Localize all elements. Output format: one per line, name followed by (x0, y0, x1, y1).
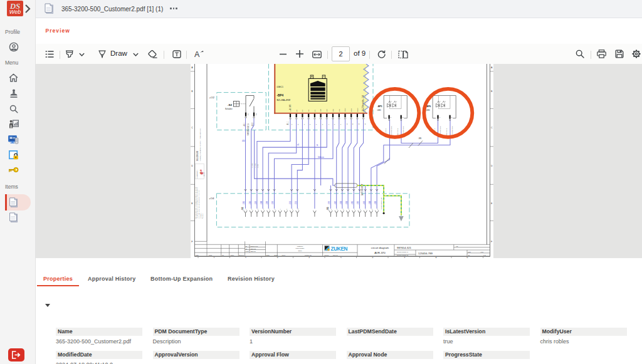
svg-text:D: D (491, 165, 493, 167)
svg-text:15/8: 15/8 (332, 108, 334, 112)
svg-text:We retain all rights in this d: We retain all rights in this document an… (195, 187, 196, 219)
svg-text:17/9: 17/9 (339, 108, 340, 112)
svg-text:replace for: replace for (305, 254, 312, 256)
svg-text:13/7: 13/7 (326, 108, 328, 112)
svg-text:to third parties without expre: to third parties without express authori… (198, 190, 199, 219)
svg-text:1 S.: 1 S. (483, 254, 486, 256)
svg-text:© Zuken: © Zuken (202, 213, 203, 219)
svg-text:-W6: -W6 (418, 137, 422, 140)
svg-text:-609: -609 (374, 201, 377, 205)
svg-text:special remark (2): special remark (2) (397, 254, 409, 256)
svg-text:-505: -505 (243, 201, 245, 205)
svg-text:-603: -603 (340, 201, 342, 205)
svg-text:Schalter: Schalter (225, 108, 233, 110)
svg-text:Origin: Origin (274, 254, 278, 256)
svg-text:-605: -605 (351, 201, 354, 205)
svg-text:-BP4: -BP4 (277, 94, 284, 97)
svg-text:ZE3-mS: ZE3-mS (251, 248, 256, 249)
svg-text:-508: -508 (260, 201, 263, 205)
svg-text:ZUKEN: ZUKEN (331, 246, 348, 252)
svg-text:-513: -513 (289, 201, 292, 205)
svg-text:Date: Date (196, 254, 199, 256)
svg-text:orange: orange (255, 163, 256, 168)
svg-text:-BP5: -BP5 (377, 105, 382, 108)
svg-text:LED: LED (377, 109, 382, 112)
svg-text:order number: order number (296, 247, 305, 249)
svg-text:C: C (191, 127, 193, 129)
svg-text:name: name (231, 254, 234, 256)
svg-text:+O4: +O4 (209, 197, 214, 200)
svg-text:Bl.: Bl. (468, 254, 470, 256)
svg-text:Posit: Posit (246, 251, 249, 252)
svg-text:+O3 -X4 :2: +O3 -X4 :2 (397, 128, 398, 135)
svg-text:customer: customer (297, 246, 303, 247)
svg-text:Stat.: Stat. (468, 251, 471, 252)
svg-text:circuit diagram: circuit diagram (371, 246, 389, 249)
svg-text:-509: -509 (266, 201, 268, 205)
svg-text:21/11: 21/11 (350, 108, 352, 112)
svg-text:23/12: 23/12 (357, 108, 359, 112)
svg-text:19/10: 19/10 (344, 108, 346, 112)
svg-text:Rep.by: Rep.by (325, 254, 330, 256)
svg-text:987654-321: 987654-321 (397, 246, 412, 249)
svg-text:gn/ge: gn/ge (257, 164, 259, 168)
svg-text:-514: -514 (295, 201, 297, 205)
svg-text:-S2.1: -S2.1 (243, 122, 246, 127)
svg-text:-602: -602 (334, 201, 337, 205)
svg-text:-608: -608 (369, 201, 371, 205)
svg-text:-507: -507 (255, 201, 257, 205)
svg-text:LIN-MNL-02-K: LIN-MNL-02-K (451, 126, 453, 135)
svg-text:LIN-MNL-02-K: LIN-MNL-02-K (391, 126, 392, 135)
svg-text:D: D (191, 165, 193, 167)
svg-text:500x xx: 500x xx (318, 156, 324, 159)
svg-text:2012-10-16: 2012-10-16 (251, 246, 258, 247)
svg-text:BZ+EA+EW: BZ+EA+EW (277, 98, 291, 101)
svg-text:-510: -510 (271, 201, 274, 205)
svg-text:-601: -601 (328, 201, 330, 205)
svg-text:F#6T2N+6.3/1.5: F#6T2N+6.3/1.5 (247, 123, 250, 135)
svg-text:-B1 S/O: -B1 S/O (289, 105, 292, 110)
svg-text:LED: LED (426, 109, 431, 112)
svg-text:C: C (491, 127, 493, 129)
svg-text:410: 410 (242, 140, 245, 142)
svg-text:special remark (1): special remark (1) (397, 251, 409, 252)
svg-text:series: series (203, 172, 205, 176)
svg-text:11/6: 11/6 (320, 108, 322, 112)
svg-text:forbidden.: forbidden. (200, 212, 201, 219)
svg-text:Dsgn: Dsgn (266, 254, 270, 256)
svg-text:N: N (317, 144, 318, 147)
svg-text:365-3200-500: 365-3200-500 (196, 150, 199, 161)
svg-text:Rep. by: Rep. by (333, 254, 339, 256)
svg-text:a1: a1 (297, 143, 300, 146)
svg-text:A: A (194, 50, 200, 58)
svg-text:123456-789: 123456-789 (418, 252, 433, 255)
svg-text:-X2: -X2 (241, 207, 244, 211)
svg-text:-606: -606 (357, 201, 359, 205)
svg-text:-607: -607 (363, 201, 366, 205)
svg-text:-X3: -X3 (327, 207, 329, 211)
svg-text:25/13: 25/13 (362, 108, 364, 112)
svg-text:orange: orange (251, 163, 253, 168)
svg-text:AVR-370: AVR-370 (374, 251, 386, 254)
svg-text:#001: #001 (480, 251, 484, 252)
svg-text:+O3 -X5 :2: +O3 -X5 :2 (446, 128, 447, 135)
svg-text:-S2: -S2 (228, 103, 232, 107)
svg-text:Bemerk: Bemerk (239, 254, 245, 256)
svg-text:chng: chng (209, 254, 213, 256)
svg-text:+O2: +O2 (209, 96, 215, 99)
svg-text:ZE3-PG: ZE3-PG (251, 251, 256, 252)
svg-text:-604: -604 (345, 201, 348, 205)
svg-text:-506: -506 (249, 201, 251, 205)
svg-text:-B1.1: -B1.1 (287, 121, 289, 125)
svg-text:05EC1: 05EC1 (277, 86, 283, 88)
svg-text:Order: Order (298, 250, 302, 251)
svg-text:Rep.t: Rep.t (282, 254, 286, 256)
